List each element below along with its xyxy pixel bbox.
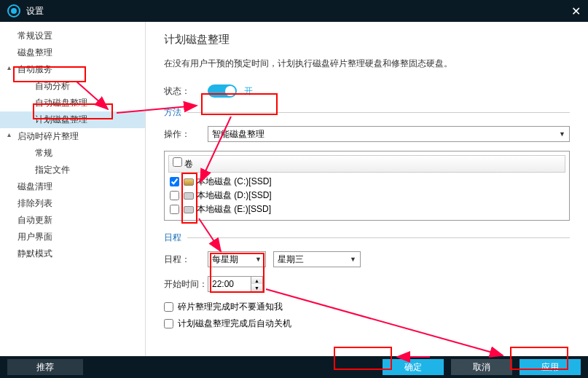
sidebar-item-boot-specific[interactable]: 指定文件 (0, 162, 145, 178)
sidebar-item-boot-general[interactable]: 常规 (0, 145, 145, 162)
method-legend: 方法 (164, 106, 187, 119)
sidebar-item-auto-defrag[interactable]: 自动磁盘整理 (0, 95, 145, 111)
time-spinner[interactable]: ▲▼ (251, 276, 263, 292)
footer: 推荐 确定 取消 应用 (0, 356, 588, 378)
volume-checkbox[interactable] (170, 177, 179, 186)
weekday-select[interactable]: 星期三▼ (273, 251, 361, 267)
frequency-select[interactable]: 每星期▼ (208, 251, 266, 267)
spinner-up-icon: ▲ (251, 277, 262, 284)
schedule-fieldset: 日程 日程： 每星期▼ 星期三▼ 开始时间： 22:00 ▲▼ 碎片整理完成时不… (164, 232, 570, 338)
titlebar: 设置 ✕ (0, 0, 588, 22)
sidebar-item-disk-cleanup[interactable]: 磁盘清理 (0, 178, 145, 195)
start-time-input[interactable]: 22:00 (208, 276, 251, 292)
sidebar-item-disk-defrag[interactable]: 磁盘整理 (0, 44, 145, 61)
operation-select[interactable]: 智能磁盘整理 ▼ (208, 126, 570, 142)
sidebar-item-exclusion[interactable]: 排除列表 (0, 195, 145, 212)
sidebar-item-auto-service[interactable]: ▴自动服务 (0, 61, 145, 78)
spinner-down-icon: ▼ (251, 284, 262, 291)
sidebar: 常规设置 磁盘整理 ▴自动服务 自动分析 自动磁盘整理 计划磁盘整理 ▴启动时碎… (0, 22, 146, 356)
volume-header: 卷 (168, 155, 565, 173)
notify-checkbox[interactable] (164, 302, 173, 312)
app-logo-icon (7, 4, 20, 17)
close-icon[interactable]: ✕ (571, 4, 581, 18)
status-toggle[interactable] (208, 84, 237, 98)
sidebar-item-scheduled-defrag[interactable]: 计划磁盘整理 (0, 111, 145, 128)
volume-checkbox[interactable] (170, 205, 179, 214)
shutdown-label: 计划磁盘整理完成后自动关机 (178, 318, 291, 330)
notify-label: 碎片整理完成时不要通知我 (178, 301, 283, 313)
cancel-button[interactable]: 取消 (451, 359, 512, 375)
volume-select-all[interactable] (173, 157, 182, 167)
date-label: 日程： (164, 253, 208, 266)
sidebar-item-ui[interactable]: 用户界面 (0, 229, 145, 245)
schedule-legend: 日程 (164, 232, 187, 244)
chevron-down-icon: ▼ (255, 256, 262, 263)
sidebar-item-general-settings[interactable]: 常规设置 (0, 28, 145, 44)
chevron-down-icon: ▼ (559, 130, 565, 138)
window-title: 设置 (26, 5, 44, 17)
start-time-label: 开始时间： (164, 278, 208, 291)
ok-button[interactable]: 确定 (383, 359, 444, 375)
operation-label: 操作： (164, 128, 208, 141)
chevron-icon[interactable]: ▴ (7, 63, 15, 71)
sidebar-item-boot-defrag[interactable]: ▴启动时碎片整理 (0, 128, 145, 145)
disk-icon (184, 192, 194, 200)
volume-row[interactable]: 本地磁盘 (D:)[SSD] (168, 189, 565, 202)
volume-row[interactable]: 本地磁盘 (E:)[SSD] (168, 202, 565, 216)
sidebar-item-auto-analyze[interactable]: 自动分析 (0, 78, 145, 95)
shutdown-checkbox[interactable] (164, 319, 173, 328)
volume-list: 卷 本地磁盘 (C:)[SSD] 本地磁盘 (D:)[SSD] 本地磁盘 (E:… (164, 151, 570, 221)
recommend-button[interactable]: 推荐 (7, 359, 83, 375)
chevron-icon[interactable]: ▴ (7, 130, 15, 138)
volume-checkbox[interactable] (170, 191, 179, 200)
page-description: 在没有用户干预的预定时间，计划执行磁盘碎片整理硬盘和修整固态硬盘。 (164, 58, 570, 70)
volume-row[interactable]: 本地磁盘 (C:)[SSD] (168, 175, 565, 189)
content-pane: 计划磁盘整理 在没有用户干预的预定时间，计划执行磁盘碎片整理硬盘和修整固态硬盘。… (146, 22, 588, 356)
disk-icon (184, 178, 194, 186)
chevron-down-icon: ▼ (350, 256, 356, 263)
page-title: 计划磁盘整理 (164, 33, 570, 47)
disk-icon (184, 206, 194, 213)
method-fieldset: 方法 操作： 智能磁盘整理 ▼ 卷 本地磁盘 (C:)[SSD] 本地磁盘 (D… (164, 106, 570, 224)
status-label: 状态： (164, 85, 208, 98)
sidebar-item-auto-update[interactable]: 自动更新 (0, 212, 145, 229)
apply-button[interactable]: 应用 (520, 359, 581, 375)
sidebar-item-silent[interactable]: 静默模式 (0, 245, 145, 262)
toggle-state-text: 开 (244, 85, 253, 98)
